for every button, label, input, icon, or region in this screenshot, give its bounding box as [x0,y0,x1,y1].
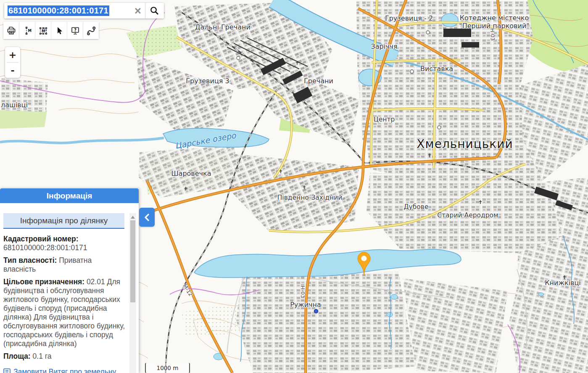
link-order-extract[interactable]: Замовити Витяг про земельну ділянку [3,368,126,373]
info-panel-body: Інформація про ділянку Кадастровий номер… [0,213,139,373]
field-area: Площа: 0.1 га [3,352,126,361]
scale-bar: 1000 m [145,363,190,373]
search-bar[interactable]: 6810100000:28:001:0171 × [4,3,164,19]
cursor-icon [54,26,64,36]
clear-search-icon[interactable]: × [131,4,145,18]
parcel-links: Замовити Витяг про земельну ділянку Інфо… [3,368,126,373]
measure-distance-button[interactable]: M [19,22,35,39]
zoom-out-button[interactable]: - [5,63,20,78]
field-cadastral-number: Кадастровий номер: 6810100000:28:001:017… [3,235,126,252]
zoom-control: + - [5,47,20,78]
scrollbar-up-arrow[interactable] [131,216,135,219]
link-text[interactable]: Замовити Витяг про земельну ділянку [13,368,126,373]
field-ownership-type: Тип власності: Приватна власність [3,256,126,274]
zoom-in-button[interactable]: + [5,47,20,62]
route-icon [86,26,96,36]
parcel-info-tab[interactable]: Інформація про ділянку [3,213,124,229]
field-designated-purpose: Цільове призначення: 02.01 Для будівницт… [3,278,126,348]
info-panel: Інформація Інформація про ділянку Кадаст… [0,188,139,373]
map-toolbar: M M² ? [3,22,99,39]
help-monitor-icon: ? [70,26,80,36]
parcel-fields: Кадастровий номер: 6810100000:28:001:017… [3,235,126,361]
search-button[interactable] [145,3,164,19]
search-input[interactable]: 6810100000:28:001:0171 [8,5,109,16]
parcel-marker-pin[interactable] [356,251,372,277]
cursor-select-button[interactable] [51,22,67,39]
help-button[interactable]: ? [67,22,83,39]
svg-text:M: M [28,29,31,33]
svg-text:?: ? [74,27,76,32]
scrollbar-thumb[interactable] [130,220,135,302]
route-button[interactable] [83,22,99,39]
list-icon [3,368,11,373]
printer-icon [6,26,16,36]
print-button[interactable] [3,22,19,39]
measure-area-button[interactable]: M² [35,22,51,39]
panel-collapse-button[interactable] [139,208,155,227]
info-panel-header: Інформація [0,188,139,203]
measure-area-icon: M² [38,26,48,36]
panel-scrollbar[interactable] [129,213,136,373]
measure-distance-icon: M [22,26,32,36]
search-icon [149,5,160,16]
svg-text:M²: M² [42,29,47,33]
chevron-left-icon [143,212,151,223]
